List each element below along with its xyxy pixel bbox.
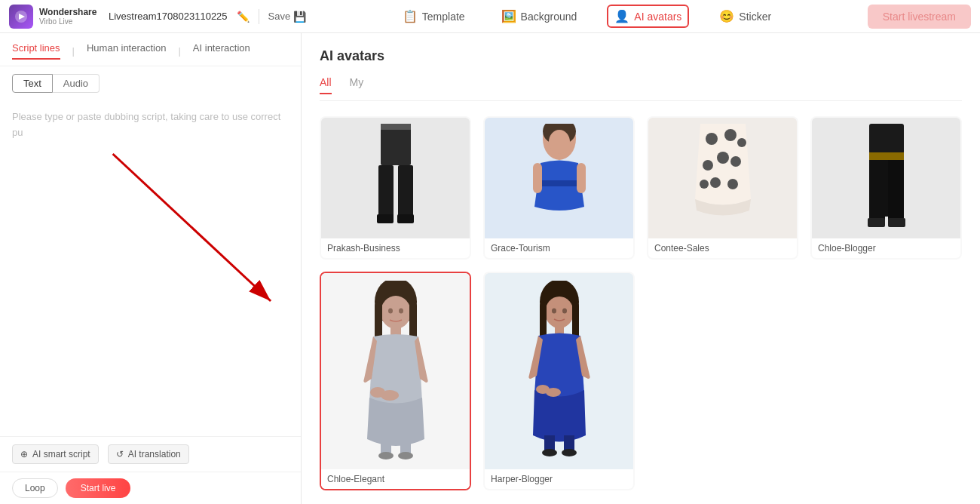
right-panel: AI avatars All My <box>302 33 980 504</box>
template-label: Template <box>422 11 465 23</box>
avatar-card-prakash[interactable]: Prakash-Business <box>320 116 471 260</box>
svg-point-20 <box>730 156 741 167</box>
background-label: Background <box>521 11 577 23</box>
svg-rect-30 <box>868 218 885 227</box>
svg-point-33 <box>381 296 411 329</box>
type-tabs: Text Audio <box>0 66 301 100</box>
template-icon: 📋 <box>403 9 418 23</box>
svg-rect-25 <box>869 124 904 154</box>
start-live-button[interactable]: Start live <box>66 478 131 498</box>
ai-translation-button[interactable]: ↺ AI translation <box>108 444 189 464</box>
avatar-image-chloe-blogger <box>812 118 960 238</box>
script-tabs: Script lines | Human interaction | AI in… <box>0 33 301 66</box>
filter-all[interactable]: All <box>320 76 332 94</box>
tab-ai-interaction[interactable]: AI interaction <box>193 42 250 60</box>
avatar-grid-row1: Prakash-Business <box>320 116 962 260</box>
logo-sub: Virbo Live <box>39 17 96 26</box>
avatar-card-chloe-blogger[interactable]: Chloe-Blogger <box>810 116 962 260</box>
svg-point-51 <box>546 388 561 397</box>
session-name: Livestream1708023110225 <box>109 11 228 22</box>
main-layout: Script lines | Human interaction | AI in… <box>0 33 980 504</box>
svg-point-42 <box>398 452 413 459</box>
ai-smart-script-icon: ⊕ <box>20 449 28 459</box>
sticker-icon: 😊 <box>719 9 734 23</box>
svg-point-54 <box>542 449 557 456</box>
script-textarea[interactable]: Please type or paste dubbing script, tak… <box>0 100 301 436</box>
tab-script-lines[interactable]: Script lines <box>12 42 60 60</box>
save-button[interactable]: Save 💾 <box>268 11 307 23</box>
avatar-card-grace[interactable]: Grace-Tourism <box>483 116 635 260</box>
avatar-name-chloe-blogger: Chloe-Blogger <box>812 238 960 258</box>
svg-rect-31 <box>888 218 905 227</box>
type-tab-text[interactable]: Text <box>12 74 53 93</box>
logo-brand: Wondershare <box>39 7 96 17</box>
svg-rect-4 <box>381 124 411 165</box>
left-panel: Script lines | Human interaction | AI in… <box>0 33 302 504</box>
avatar-figure-prakash <box>362 124 430 233</box>
svg-point-55 <box>562 449 577 456</box>
edit-icon[interactable]: ✏️ <box>237 11 250 23</box>
svg-point-12 <box>549 130 570 154</box>
sticker-label: Sticker <box>739 11 771 23</box>
svg-rect-14 <box>577 163 586 193</box>
tab-divider1: | <box>72 45 75 57</box>
avatar-name-contee: Contee-Sales <box>648 238 797 258</box>
avatar-name-grace: Grace-Tourism <box>485 238 633 258</box>
logo-icon <box>9 5 33 29</box>
svg-point-19 <box>703 160 713 171</box>
svg-point-17 <box>724 129 737 141</box>
nav-center: 📋 Template 🖼️ Background 👤 AI avatars 😊 … <box>315 5 859 28</box>
ai-smart-script-button[interactable]: ⊕ AI smart script <box>12 444 99 464</box>
ai-avatar-icon: 👤 <box>614 9 629 23</box>
loop-button[interactable]: Loop <box>12 478 58 498</box>
avatar-image-prakash <box>321 118 470 238</box>
svg-point-44 <box>399 309 403 314</box>
svg-point-57 <box>562 309 567 314</box>
svg-rect-9 <box>381 124 411 130</box>
tab-human-interaction[interactable]: Human interaction <box>87 42 167 60</box>
svg-point-18 <box>717 152 729 164</box>
logo-text-block: Wondershare Virbo Live <box>39 7 96 26</box>
loop-area: Loop Start live <box>0 472 301 504</box>
avatar-image-harper <box>485 273 633 469</box>
panel-title: AI avatars <box>320 48 962 64</box>
filter-my[interactable]: My <box>350 76 364 94</box>
nav-ai-avatars[interactable]: 👤 AI avatars <box>607 5 689 28</box>
svg-point-41 <box>378 452 394 459</box>
ai-translation-label: AI translation <box>128 449 181 459</box>
nav-background[interactable]: 🖼️ Background <box>495 6 583 26</box>
background-icon: 🖼️ <box>501 9 516 23</box>
svg-point-16 <box>706 133 718 145</box>
avatar-figure-chloe-elegant <box>351 281 441 462</box>
svg-rect-6 <box>398 165 413 218</box>
avatar-figure-contee <box>689 124 757 233</box>
divider <box>259 9 259 24</box>
avatar-name-chloe-elegant: Chloe-Elegant <box>321 469 470 489</box>
avatar-card-harper[interactable]: Harper-Blogger <box>483 272 635 490</box>
nav-template[interactable]: 📋 Template <box>397 6 471 26</box>
nav-sticker[interactable]: 😊 Sticker <box>713 6 777 26</box>
svg-point-24 <box>737 138 746 147</box>
svg-rect-13 <box>533 163 542 193</box>
avatar-figure-chloe-blogger <box>853 124 920 233</box>
avatar-image-chloe-elegant <box>321 273 470 469</box>
bottom-bar: ⊕ AI smart script ↺ AI translation <box>0 436 301 472</box>
svg-rect-15 <box>542 180 577 186</box>
svg-point-23 <box>700 180 709 189</box>
script-placeholder: Please type or paste dubbing script, tak… <box>12 111 280 138</box>
save-label: Save <box>268 11 291 22</box>
svg-point-56 <box>552 309 556 314</box>
svg-rect-26 <box>869 152 904 160</box>
tab-divider2: | <box>178 45 180 57</box>
avatar-name-harper: Harper-Blogger <box>485 469 633 489</box>
ai-avatars-label: AI avatars <box>634 11 681 23</box>
start-livestream-button[interactable]: Start livestream <box>868 5 971 29</box>
top-navbar: Wondershare Virbo Live Livestream1708023… <box>0 0 980 33</box>
type-tab-audio[interactable]: Audio <box>53 74 100 93</box>
ai-translation-icon: ↺ <box>116 449 124 459</box>
svg-point-46 <box>545 297 574 328</box>
logo-area: Wondershare Virbo Live <box>9 5 100 29</box>
avatar-image-contee <box>648 118 797 238</box>
avatar-card-chloe-elegant[interactable]: Chloe-Elegant <box>320 272 471 490</box>
avatar-card-contee[interactable]: Contee-Sales <box>647 116 798 260</box>
